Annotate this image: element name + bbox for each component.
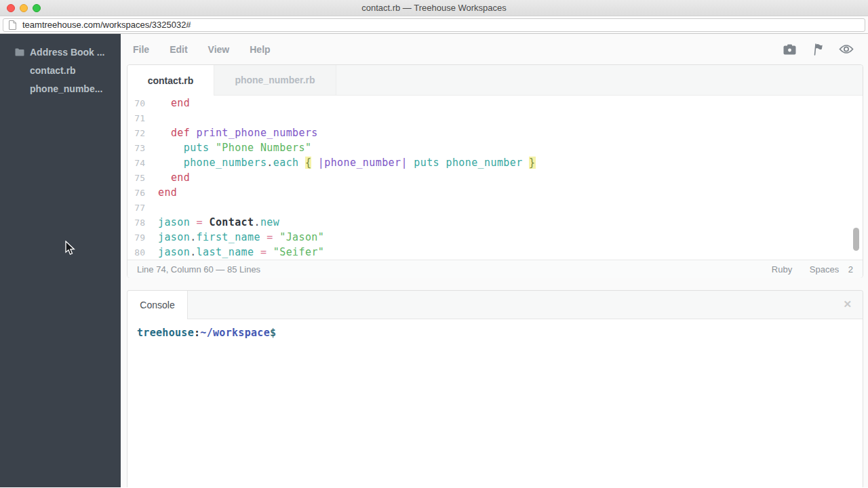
browser-toolbar: teamtreehouse.com/workspaces/3325032# — [0, 16, 868, 34]
code-text: jason.last_name = "Seifer" — [158, 246, 324, 258]
code-text: end — [158, 171, 190, 184]
line-number: 71 — [127, 111, 145, 126]
terminal[interactable]: treehouse:~/workspace$ — [127, 319, 863, 346]
code-line: 71 — [127, 110, 863, 125]
code-line: 76end — [127, 185, 863, 200]
editor-code-area[interactable]: 70 end7172 def print_phone_numbers73 put… — [127, 96, 863, 260]
sidebar-item-contact-rb[interactable]: contact.rb — [0, 61, 121, 79]
line-number: 77 — [127, 201, 145, 216]
code-line: 70 end — [127, 96, 863, 110]
code-line: 80jason.last_name = "Seifer" — [127, 245, 863, 260]
code-line: 74 phone_numbers.each { |phone_number| p… — [127, 155, 863, 170]
code-line: 75 end — [127, 170, 863, 185]
console-tabbar: Console ✕ — [127, 291, 863, 319]
sidebar-item-phone-numbe[interactable]: phone_numbe... — [0, 79, 121, 98]
close-window-button[interactable] — [7, 4, 15, 12]
code-line: 79jason.first_name = "Jason" — [127, 230, 863, 245]
address-bar[interactable]: teamtreehouse.com/workspaces/3325032# — [3, 18, 865, 32]
language-mode-button[interactable]: Ruby — [772, 264, 792, 274]
traffic-lights — [7, 4, 41, 12]
code-line: 73 puts "Phone Numbers" — [127, 140, 863, 155]
camera-icon[interactable] — [783, 44, 796, 55]
menu-item-help[interactable]: Help — [250, 44, 270, 55]
tab-console[interactable]: Console — [127, 291, 188, 319]
line-number: 76 — [127, 186, 145, 201]
main-area: FileEditViewHelp contact.rb phone_number… — [121, 34, 868, 487]
workspace-window: Address Book ...contact.rbphone_numbe...… — [0, 34, 868, 487]
code-line: 77 — [127, 200, 863, 215]
sidebar-item-label: phone_numbe... — [30, 83, 102, 94]
workspace-toolbar — [783, 34, 868, 64]
close-console-icon[interactable]: ✕ — [843, 298, 852, 310]
menu-item-file[interactable]: File — [133, 44, 149, 55]
sidebar-file-list: Address Book ...contact.rbphone_numbe... — [0, 43, 121, 98]
file-sidebar: Address Book ...contact.rbphone_numbe... — [0, 34, 121, 487]
line-number: 78 — [127, 216, 145, 230]
url-text: teamtreehouse.com/workspaces/3325032# — [22, 20, 191, 30]
minimize-window-button[interactable] — [20, 4, 28, 12]
line-number: 72 — [127, 126, 145, 141]
sidebar-item-label: Address Book ... — [30, 47, 104, 58]
line-number: 79 — [127, 230, 145, 245]
terminal-prompt: treehouse:~/workspace$ — [137, 327, 276, 339]
editor-tabbar: contact.rb phone_number.rb — [127, 65, 863, 96]
tab-phone-number-rb[interactable]: phone_number.rb — [214, 65, 336, 95]
window-title: contact.rb — Treehouse Workspaces — [361, 3, 507, 13]
code-text: end — [158, 97, 190, 109]
code-line: 72 def print_phone_numbers — [127, 125, 863, 140]
window-titlebar: contact.rb — Treehouse Workspaces — [0, 0, 868, 16]
folder-icon — [15, 48, 30, 56]
cursor-position-text: Line 74, Column 60 — 85 Lines — [137, 264, 260, 274]
indent-type-button[interactable]: Spaces — [810, 264, 839, 274]
code-line: 78jason = Contact.new — [127, 215, 863, 230]
tab-contact-rb[interactable]: contact.rb — [127, 65, 214, 96]
mouse-cursor — [65, 241, 75, 258]
editor-settings: Ruby Spaces 2 — [757, 264, 853, 274]
menu-item-edit[interactable]: Edit — [170, 44, 187, 55]
code-text: jason = Contact.new — [158, 216, 279, 228]
line-number: 70 — [127, 96, 145, 111]
eye-icon[interactable] — [839, 44, 854, 54]
editor-statusbar: Line 74, Column 60 — 85 Lines Ruby Space… — [127, 260, 863, 278]
sidebar-item-address-book[interactable]: Address Book ... — [0, 43, 121, 61]
code-text: end — [158, 186, 177, 199]
code-text: phone_numbers.each { |phone_number| puts… — [158, 157, 536, 169]
line-number: 75 — [127, 171, 145, 186]
editor-scrollbar-thumb[interactable] — [853, 228, 859, 251]
menu-item-view[interactable]: View — [208, 44, 230, 55]
editor-panel: contact.rb phone_number.rb 70 end7172 de… — [127, 64, 863, 278]
screen: { "browser": { "window_title": "contact.… — [0, 0, 868, 488]
line-number: 73 — [127, 141, 145, 156]
code-text: puts "Phone Numbers" — [158, 142, 311, 154]
code-text: jason.first_name = "Jason" — [158, 231, 324, 243]
line-number: 80 — [127, 245, 145, 260]
sidebar-item-label: contact.rb — [30, 65, 76, 76]
console-panel: Console ✕ treehouse:~/workspace$ — [127, 290, 863, 487]
page-icon — [9, 20, 16, 30]
code-text: def print_phone_numbers — [158, 127, 318, 139]
workspace-menubar: FileEditViewHelp — [121, 34, 868, 64]
zoom-window-button[interactable] — [33, 4, 41, 12]
line-number: 74 — [127, 156, 145, 171]
indent-size-button[interactable]: 2 — [848, 264, 853, 274]
flag-icon[interactable] — [812, 43, 823, 56]
